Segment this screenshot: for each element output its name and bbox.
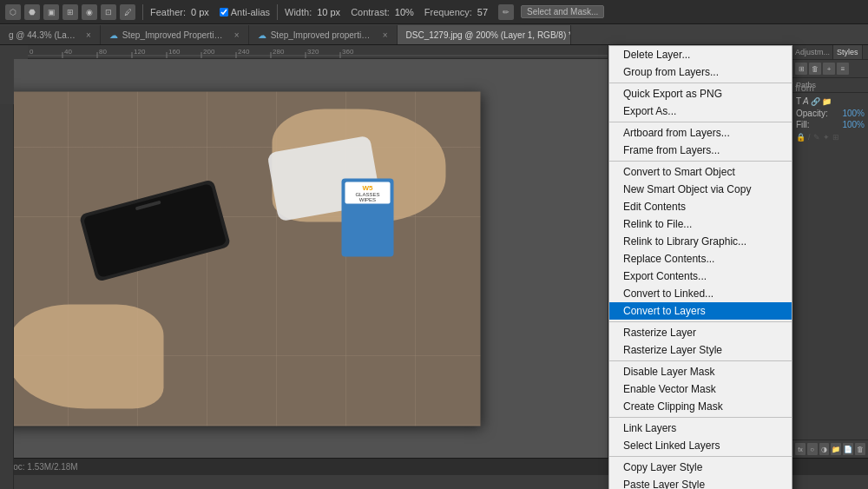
select-mask-button[interactable]: Select and Mask...	[521, 5, 604, 18]
lock-all-icon[interactable]: ⊞	[832, 133, 839, 142]
tab-2-cloud-icon: ☁	[258, 30, 266, 40]
tab-2[interactable]: ☁ Step_Improved properties panel_quick a…	[249, 25, 398, 44]
menu-item-paste-layer-style[interactable]: Paste Layer Style	[609, 476, 792, 489]
menu-item-delete-layer-[interactable]: Delete Layer...	[609, 46, 792, 63]
panel-tabs: Adjustm... Styles	[792, 45, 868, 60]
menu-item-convert-to-linked-[interactable]: Convert to Linked...	[609, 285, 792, 302]
fill-value[interactable]: 100%	[842, 120, 865, 129]
canvas-area[interactable]: W5 GLASSESWIPES	[14, 59, 608, 458]
menu-item-export-contents-[interactable]: Export Contents...	[609, 268, 792, 285]
svg-text:360: 360	[342, 48, 354, 56]
lock-paint-icon[interactable]: ✎	[813, 133, 820, 142]
menu-separator	[609, 161, 792, 162]
svg-text:320: 320	[307, 48, 319, 56]
top-toolbar: ⬡ ⬣ ▣ ⊞ ◉ ⊡ 🖊 Feather: 0 px Anti-alias W…	[0, 0, 868, 24]
tool-icon-2[interactable]: ⬣	[24, 4, 40, 20]
menu-item-rasterize-layer[interactable]: Rasterize Layer	[609, 324, 792, 341]
menu-item-select-linked-layers[interactable]: Select Linked Layers	[609, 437, 792, 454]
lock-transparent-icon[interactable]: /	[808, 133, 811, 142]
menu-item-relink-to-library-graphic-[interactable]: Relink to Library Graphic...	[609, 233, 792, 250]
right-panel: Delete Layer...Group from Layers...Quick…	[608, 45, 868, 458]
tool-icon-4[interactable]: ⊞	[62, 4, 78, 20]
fx-icon[interactable]: fx	[795, 443, 806, 455]
tab-2-close[interactable]: ×	[383, 30, 388, 40]
svg-text:120: 120	[134, 48, 146, 56]
anti-alias-label: Anti-alias	[231, 7, 270, 17]
tab-0-label: g @ 44.3% (Layer 0, RG...	[9, 30, 78, 40]
menu-item-link-layers[interactable]: Link Layers	[609, 420, 792, 437]
tab-0-close[interactable]: ×	[86, 30, 91, 40]
opacity-label: Opacity:	[796, 109, 828, 118]
tab-bar: g @ 44.3% (Layer 0, RG... × ☁ Step_Impro…	[0, 24, 868, 45]
grid-icon[interactable]: ⊞	[795, 63, 807, 75]
delete-layer-icon[interactable]: 🗑	[855, 443, 865, 455]
tab-0[interactable]: g @ 44.3% (Layer 0, RG... ×	[0, 25, 101, 44]
menu-item-artboard-from-layers-[interactable]: Artboard from Layers...	[609, 124, 792, 142]
from-text: from	[795, 83, 814, 93]
tab-3[interactable]: DSC_1279.jpg @ 200% (Layer 1, RGB/8) * ×	[398, 25, 571, 44]
toolbar-sep-2	[277, 4, 278, 20]
feather-label: Feather:	[150, 7, 186, 17]
width-label: Width:	[285, 7, 312, 17]
doc-icon[interactable]: 📄	[843, 443, 853, 455]
menu-separator	[609, 456, 792, 457]
lock-move-icon[interactable]: ✦	[823, 133, 830, 142]
menu-item-group-from-layers-[interactable]: Group from Layers...	[609, 63, 792, 81]
tab-adjustments[interactable]: Adjustm...	[792, 45, 833, 59]
menu-item-quick-export-as-png[interactable]: Quick Export as PNG	[609, 85, 792, 102]
fill-label: Fill:	[796, 120, 810, 129]
text-T-icon[interactable]: T	[796, 96, 801, 106]
menu-item-convert-to-layers[interactable]: Convert to Layers	[609, 302, 792, 320]
opacity-value[interactable]: 100%	[842, 109, 865, 118]
folder-new-icon[interactable]: 📁	[831, 443, 841, 455]
svg-text:40: 40	[64, 48, 72, 56]
menu-icon[interactable]: ≡	[837, 63, 849, 75]
anti-alias-checkbox[interactable]: Anti-alias	[220, 7, 270, 17]
chain-icon[interactable]: 🔗	[811, 97, 820, 106]
add-icon[interactable]: +	[823, 63, 835, 75]
opacity-row: Opacity: 100%	[796, 109, 865, 118]
tool-icon-1[interactable]: ⬡	[5, 4, 21, 20]
photo-hand-left	[14, 304, 163, 408]
photo-wipes: W5 GLASSESWIPES	[341, 178, 393, 256]
menu-separator	[609, 122, 792, 122]
menu-item-enable-vector-mask[interactable]: Enable Vector Mask	[609, 380, 792, 398]
menu-item-replace-contents-[interactable]: Replace Contents...	[609, 250, 792, 268]
menu-item-copy-layer-style[interactable]: Copy Layer Style	[609, 459, 792, 476]
svg-text:0: 0	[30, 48, 34, 56]
frequency-label: Frequency:	[424, 7, 472, 17]
tool-icon-3[interactable]: ▣	[43, 4, 59, 20]
tab-1-label: Step_Improved Properties panel.psdc	[122, 30, 227, 40]
context-menu[interactable]: Delete Layer...Group from Layers...Quick…	[608, 45, 792, 489]
menu-item-relink-to-file-[interactable]: Relink to File...	[609, 215, 792, 233]
menu-item-frame-from-layers-[interactable]: Frame from Layers...	[609, 142, 792, 159]
menu-item-create-clipping-mask[interactable]: Create Clipping Mask	[609, 398, 792, 415]
menu-item-disable-layer-mask[interactable]: Disable Layer Mask	[609, 363, 792, 380]
tab-styles[interactable]: Styles	[833, 45, 863, 59]
adjustment-icon[interactable]: ◑	[819, 443, 830, 455]
svg-text:200: 200	[203, 48, 215, 56]
menu-item-export-as-[interactable]: Export As...	[609, 102, 792, 120]
menu-item-rasterize-layer-style[interactable]: Rasterize Layer Style	[609, 341, 792, 359]
text-icon-row: T A 🔗 📁	[796, 96, 865, 106]
tool-icon-7[interactable]: 🖊	[120, 4, 135, 20]
tab-1[interactable]: ☁ Step_Improved Properties panel.psdc ×	[101, 25, 249, 44]
menu-item-edit-contents[interactable]: Edit Contents	[609, 198, 792, 215]
text-A-icon[interactable]: A	[803, 96, 809, 106]
mask-icon[interactable]: ○	[807, 443, 818, 455]
frequency-value: 57	[477, 7, 488, 17]
menu-item-convert-to-smart-object[interactable]: Convert to Smart Object	[609, 163, 792, 181]
tool-icon-6[interactable]: ⊡	[101, 4, 116, 20]
width-value: 10 px	[317, 7, 340, 17]
menu-item-new-smart-object-via-copy[interactable]: New Smart Object via Copy	[609, 181, 792, 198]
pen-pressure-icon[interactable]: ✏	[498, 4, 514, 20]
folder-icon[interactable]: 📁	[822, 97, 832, 106]
toolbar-sep-1	[142, 4, 143, 20]
contrast-value: 10%	[395, 7, 414, 17]
fill-row: Fill: 100%	[796, 120, 865, 129]
trash-icon[interactable]: 🗑	[809, 63, 821, 75]
menu-separator	[609, 417, 792, 418]
tab-1-close[interactable]: ×	[234, 30, 240, 40]
lock-icon[interactable]: 🔒	[796, 133, 806, 142]
tool-icon-5[interactable]: ◉	[82, 4, 97, 20]
